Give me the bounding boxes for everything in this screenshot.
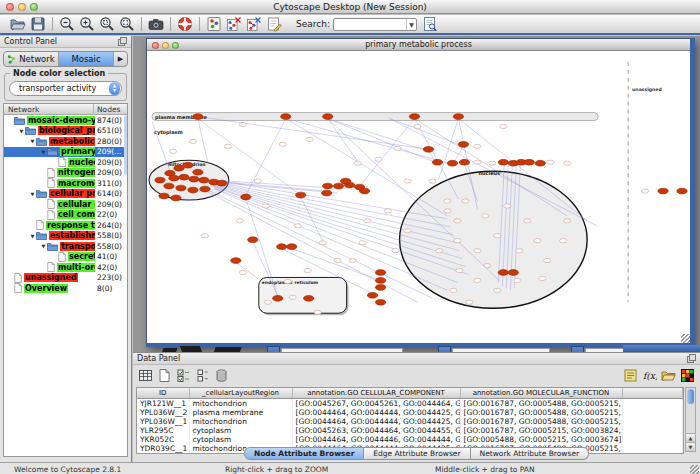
table-cell[interactable]: [GO:0044464, GO:0044444, GO:0044425, G..… bbox=[292, 408, 460, 417]
tree-row[interactable]: unassigned223(0) bbox=[4, 273, 127, 284]
expand-arrow-icon[interactable]: ▼ bbox=[29, 233, 36, 239]
background-window-fragment[interactable] bbox=[623, 345, 700, 352]
table-row[interactable]: YPL036W__2plasma membrane[GO:0044464, GO… bbox=[137, 408, 683, 417]
tab-network[interactable]: Network bbox=[4, 52, 59, 66]
table-cell[interactable]: mitochondrion bbox=[189, 398, 292, 408]
save-session-icon[interactable] bbox=[30, 16, 46, 32]
network-window-titlebar[interactable]: primary metabolic process bbox=[147, 39, 690, 51]
annotation-icon[interactable] bbox=[266, 16, 282, 32]
table-cell[interactable]: [GO:0016787, GO:0005488, GO:0005215, G..… bbox=[460, 408, 622, 417]
node-color-combobox[interactable]: transporter activity ▲▼ bbox=[9, 81, 122, 96]
table-cell[interactable]: [GO:0045263, GO:0044464, GO:0044455, G..… bbox=[292, 426, 460, 435]
table-cell[interactable]: [GO:0044464, GO:0044446, GO:0044444, G..… bbox=[292, 435, 460, 444]
tree-row[interactable]: ▼metabolic process280(0) bbox=[4, 136, 127, 147]
tab-mosaic[interactable]: Mosaic bbox=[59, 52, 114, 66]
network-tree-header[interactable]: Network Nodes bbox=[4, 104, 127, 115]
notes-icon[interactable] bbox=[623, 368, 638, 383]
function-builder-icon[interactable]: f(x) bbox=[642, 368, 657, 383]
attribute-grid-icon[interactable] bbox=[138, 368, 153, 383]
more-tabs-button[interactable]: ▶ bbox=[114, 52, 127, 66]
table-scrollbar[interactable]: ▲ ▼ bbox=[685, 387, 696, 452]
tree-row[interactable]: Overview8(0) bbox=[4, 283, 127, 294]
table-cell[interactable]: YKR052C bbox=[137, 435, 189, 444]
tree-row[interactable]: mosaic-demo-yeast874(0) bbox=[4, 115, 127, 126]
table-cell[interactable]: [GO:0016787, GO:0005215, GO:0003824, G..… bbox=[460, 426, 622, 435]
new-attribute-icon[interactable] bbox=[157, 368, 172, 383]
table-cell[interactable]: [GO:0016787, GO:0005488, GO:0005215, G..… bbox=[460, 398, 622, 408]
search-options-icon[interactable] bbox=[422, 16, 438, 32]
zoom-window-button[interactable] bbox=[30, 3, 38, 11]
table-cell[interactable]: [GO:0045267, GO:0045261, GO:0044464, G..… bbox=[292, 398, 460, 408]
table-cell[interactable]: [GO:0005488, GO:0005215, GO:0003674] bbox=[460, 435, 622, 444]
delete-attribute-icon[interactable] bbox=[214, 368, 229, 383]
minimize-button[interactable] bbox=[18, 3, 26, 11]
table-column-header[interactable]: annotation.GO CELLULAR_COMPONENT bbox=[292, 388, 460, 398]
search-dropdown-arrow[interactable]: ▼ bbox=[406, 19, 416, 30]
table-cell[interactable]: cytoplasm bbox=[189, 426, 292, 435]
tab-network-attribute-browser[interactable]: Network Attribute Browser bbox=[471, 447, 590, 460]
table-scrollbar-thumb[interactable] bbox=[687, 389, 694, 404]
tree-column-nodes[interactable]: Nodes bbox=[94, 105, 127, 114]
tree-row[interactable]: cell communicat22(0) bbox=[4, 210, 127, 221]
tree-row[interactable]: ▼transport558(0) bbox=[4, 241, 127, 252]
app-resize-grip[interactable] bbox=[690, 465, 699, 474]
tab-edge-attribute-browser[interactable]: Edge Attribute Browser bbox=[364, 447, 470, 460]
table-row[interactable]: YKR052Ccytoplasm[GO:0044464, GO:0044446,… bbox=[137, 435, 683, 444]
scroll-up-button[interactable]: ▲ bbox=[686, 433, 695, 442]
table-cell[interactable]: YPL036W__2 bbox=[137, 408, 189, 417]
zoom-selected-icon[interactable] bbox=[99, 16, 115, 32]
import-attributes-icon[interactable] bbox=[661, 368, 676, 383]
tree-row[interactable]: ▼cellular process614(0) bbox=[4, 189, 127, 200]
table-column-header[interactable]: _cellularLayoutRegion bbox=[189, 388, 292, 398]
snapshot-camera-icon[interactable] bbox=[148, 16, 164, 32]
table-cell[interactable]: [GO:0016787, GO:0005488, GO:0005215, G..… bbox=[460, 417, 622, 426]
table-row[interactable]: YPL036W__1mitochondrion[GO:0044464, GO:0… bbox=[137, 417, 683, 426]
tree-row[interactable]: ▼primary metabo209(... bbox=[4, 147, 127, 158]
zoom-fit-icon[interactable] bbox=[119, 16, 135, 32]
unselect-attributes-icon[interactable] bbox=[195, 368, 210, 383]
table-cell[interactable]: YLR295C bbox=[137, 426, 189, 435]
tree-row[interactable]: macromolecule311(0) bbox=[4, 178, 127, 189]
tree-row[interactable]: multi-organism pro42(0) bbox=[4, 262, 127, 273]
search-input[interactable]: ▼ bbox=[333, 18, 417, 31]
app-titlebar[interactable]: Cytoscape Desktop (New Session) bbox=[0, 0, 700, 14]
filter-nodes-icon[interactable] bbox=[226, 16, 242, 32]
network-view-window[interactable]: primary metabolic process plasma membran… bbox=[146, 38, 695, 347]
tree-row[interactable]: ▼establishment of lo558(0) bbox=[4, 231, 127, 242]
expand-arrow-icon[interactable]: ▼ bbox=[18, 128, 25, 134]
float-panel-icon[interactable] bbox=[687, 354, 696, 363]
zoom-in-icon[interactable] bbox=[79, 16, 95, 32]
network-close-button[interactable] bbox=[152, 42, 159, 49]
table-column-header[interactable]: annotation.GO MOLECULAR_FUNCTION bbox=[460, 388, 622, 398]
close-button[interactable] bbox=[6, 3, 14, 11]
select-attributes-icon[interactable] bbox=[176, 368, 191, 383]
zoom-out-icon[interactable] bbox=[59, 16, 75, 32]
expand-arrow-icon[interactable]: ▼ bbox=[40, 149, 47, 155]
help-lifesaver-icon[interactable] bbox=[177, 16, 193, 32]
network-window-resize-grip[interactable] bbox=[681, 334, 690, 343]
network-zoom-button[interactable] bbox=[172, 42, 179, 49]
heatmap-icon[interactable] bbox=[680, 368, 695, 383]
table-cell[interactable]: [GO:0044464, GO:0044444, GO:0044425, G..… bbox=[292, 417, 460, 426]
table-cell[interactable]: mitochondrion bbox=[189, 417, 292, 426]
tree-row[interactable]: nucleobase-209(0) bbox=[4, 157, 127, 168]
table-cell[interactable]: plasma membrane bbox=[189, 408, 292, 417]
float-panel-icon[interactable] bbox=[118, 37, 127, 46]
filter-edges-icon[interactable] bbox=[246, 16, 262, 32]
vizmapper-icon[interactable] bbox=[206, 16, 222, 32]
table-cell[interactable]: YJR121W__1 bbox=[137, 398, 189, 408]
table-row[interactable]: YLR295Ccytoplasm[GO:0045263, GO:0044464,… bbox=[137, 426, 683, 435]
tree-row[interactable]: cellular metabo209(0) bbox=[4, 199, 127, 210]
expand-arrow-icon[interactable]: ▼ bbox=[29, 191, 36, 197]
expand-arrow-icon[interactable]: ▼ bbox=[29, 138, 36, 144]
expand-arrow-icon[interactable]: ▼ bbox=[40, 243, 47, 249]
tree-row[interactable]: ▼biological_process651(0) bbox=[4, 126, 127, 137]
table-cell[interactable]: cytoplasm bbox=[189, 435, 292, 444]
tree-row[interactable]: secretion41(0) bbox=[4, 252, 127, 263]
table-cell[interactable]: YPL036W__1 bbox=[137, 417, 189, 426]
network-canvas[interactable]: plasma membranecytoplasmmitochondrionnuc… bbox=[148, 52, 690, 343]
table-column-header[interactable]: ID bbox=[137, 388, 189, 398]
tab-node-attribute-browser[interactable]: Node Attribute Browser bbox=[244, 447, 364, 460]
tree-scrollbar[interactable] bbox=[124, 115, 127, 175]
network-minimize-button[interactable] bbox=[162, 42, 169, 49]
